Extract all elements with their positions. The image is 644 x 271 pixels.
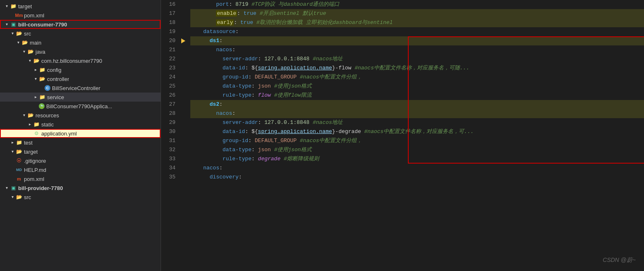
tree-item-bill-service-ctrl[interactable]: BillServiceController xyxy=(0,83,161,93)
code-line-25: data-type: json #使用json格式 xyxy=(190,82,644,91)
code-line-28: nacos: xyxy=(190,109,644,118)
tree-item-com-hz[interactable]: com.hz.billconsumer7790 xyxy=(0,56,161,65)
tree-item-src[interactable]: src xyxy=(0,29,161,38)
label-static: static xyxy=(41,121,54,128)
arrow-com-hz xyxy=(26,57,33,64)
code-text-31: group-id: DEFAULT_GROUP #nacos中配置文件分组， xyxy=(190,136,362,145)
tree-item-config[interactable]: config xyxy=(0,65,161,74)
code-text-30: data-id: ${spring.application.name}-degr… xyxy=(190,127,474,136)
gutter-24 xyxy=(180,73,187,82)
gutter-35 xyxy=(180,173,187,182)
code-text-25: data-type: json #使用json格式 xyxy=(190,82,312,91)
gutter-19 xyxy=(180,27,187,36)
tree-item-main[interactable]: main xyxy=(0,38,161,47)
code-text-21: nacos: xyxy=(190,45,235,55)
code-text-17: enable: true #开启sentinel 默认true xyxy=(190,9,326,18)
tree-item-bill-consumer-app[interactable]: BillConsumer7790Applica... xyxy=(0,102,161,111)
tree-item-pom2[interactable]: m pom.xml xyxy=(0,174,161,183)
label-bill-consumer-app: BillConsumer7790Applica... xyxy=(46,103,112,109)
arrow-controller xyxy=(32,76,39,82)
code-line-26: rule-type: flow #使用flow限流 xyxy=(190,91,644,100)
tree-item-java[interactable]: java xyxy=(0,47,161,56)
folder-icon-target-top xyxy=(10,3,17,10)
folder-icon-com-hz xyxy=(33,57,40,64)
tree-item-static[interactable]: static xyxy=(0,120,161,129)
tree-item-pom-top[interactable]: m pom.xml xyxy=(0,11,161,20)
code-text-18: early: true #取消控制台懒加载 立即初始化dashboard与sen… xyxy=(190,18,393,27)
code-line-34: nacos: xyxy=(190,164,644,173)
module-icon-bill-consumer: ▣ xyxy=(10,21,17,28)
gutter-31 xyxy=(180,136,187,145)
code-line-30: data-id: ${spring.application.name}-degr… xyxy=(190,127,644,136)
label-src2: src xyxy=(24,194,31,200)
arrow-config xyxy=(32,67,39,73)
label-test: test xyxy=(24,140,33,146)
tree-item-resources[interactable]: resources xyxy=(0,111,161,120)
folder-icon-java xyxy=(27,48,34,55)
tree-item-service[interactable]: service xyxy=(0,93,161,102)
folder-icon-src xyxy=(16,30,22,37)
arrow-service xyxy=(32,94,39,100)
gutter-34 xyxy=(180,164,187,173)
code-line-16: port: 8719 #TCP协议 与dashboard通信的端口 xyxy=(190,0,644,9)
line-numbers: 16 17 18 19 20 21 22 23 24 25 26 27 28 2… xyxy=(161,0,180,271)
git-icon: ⦿ xyxy=(16,157,22,164)
gutter-27 xyxy=(180,100,187,109)
gutter-23 xyxy=(180,64,187,73)
code-line-18: early: true #取消控制台懒加载 立即初始化dashboard与sen… xyxy=(190,18,644,27)
folder-icon-src2 xyxy=(16,194,22,200)
code-text-32: data-type: json #使用json格式 xyxy=(190,145,312,155)
module-icon-bill-provider: ▣ xyxy=(10,185,17,191)
tree-item-src2[interactable]: src xyxy=(0,193,161,202)
tree-item-target-top[interactable]: target xyxy=(0,2,161,11)
label-target2: target xyxy=(24,149,38,155)
gutter-21 xyxy=(180,45,187,55)
code-line-20: ds1: xyxy=(190,36,644,45)
code-editor: 16 17 18 19 20 21 22 23 24 25 26 27 28 2… xyxy=(161,0,644,271)
code-line-19: datasource: xyxy=(190,27,644,36)
label-config: config xyxy=(47,67,62,73)
label-help-md: HELP.md xyxy=(24,167,46,173)
code-text-22: server-addr: 127.0.0.1:8848 #nacos地址 xyxy=(190,55,343,64)
code-text-35: discovery: xyxy=(190,173,242,182)
gutter-25 xyxy=(180,82,187,91)
tree-item-gitignore[interactable]: ⦿ .gitignore xyxy=(0,156,161,165)
code-text-20: ds1: xyxy=(190,36,223,45)
arrow-main xyxy=(15,39,21,46)
label-pom2: pom.xml xyxy=(24,176,44,182)
tree-item-bill-consumer[interactable]: ▣ bill-consumer-7790 xyxy=(0,20,161,29)
code-line-22: server-addr: 127.0.0.1:8848 #nacos地址 xyxy=(190,55,644,64)
code-text-23: data-id: ${spring.application.name}-flow… xyxy=(190,64,469,73)
xml-icon-pom-top: m xyxy=(16,12,22,19)
tree-item-target2[interactable]: target xyxy=(0,147,161,156)
arrow-target-top xyxy=(3,3,10,10)
gutter-29 xyxy=(180,118,187,127)
code-line-31: group-id: DEFAULT_GROUP #nacos中配置文件分组， xyxy=(190,136,644,145)
code-text-24: group-id: DEFAULT_GROUP #nacos中配置文件分组， xyxy=(190,73,362,82)
folder-icon-controller xyxy=(39,76,45,82)
gutter-28 xyxy=(180,109,187,118)
tree-item-controller[interactable]: controller xyxy=(0,74,161,83)
folder-icon-target2 xyxy=(16,148,22,155)
arrow-static xyxy=(26,121,33,128)
tree-item-application-yml[interactable]: ⚙ application.yml xyxy=(0,129,161,138)
gutter-32 xyxy=(180,145,187,155)
tree-item-help-md[interactable]: MD HELP.md xyxy=(0,165,161,174)
tree-item-bill-provider[interactable]: ▣ bill-provider-7780 xyxy=(0,183,161,193)
tree-item-test[interactable]: test xyxy=(0,138,161,147)
label-bill-consumer: bill-consumer-7790 xyxy=(18,21,67,28)
folder-icon-static xyxy=(33,121,40,128)
label-application-yml: application.yml xyxy=(41,131,77,137)
arrow-target2 xyxy=(9,148,16,155)
code-lines[interactable]: port: 8719 #TCP协议 与dashboard通信的端口 enable… xyxy=(187,0,644,271)
code-line-23: data-id: ${spring.application.name}-flow… xyxy=(190,64,644,73)
label-java: java xyxy=(36,49,45,55)
code-line-35: discovery: xyxy=(190,173,644,182)
label-src: src xyxy=(24,31,31,37)
gutter-22 xyxy=(180,55,187,64)
label-service: service xyxy=(47,94,64,100)
spring-icon-bill-consumer-app xyxy=(39,103,45,109)
arrow-bill-consumer xyxy=(3,21,10,28)
label-controller: controller xyxy=(47,76,69,82)
code-text-28: nacos: xyxy=(190,109,235,118)
